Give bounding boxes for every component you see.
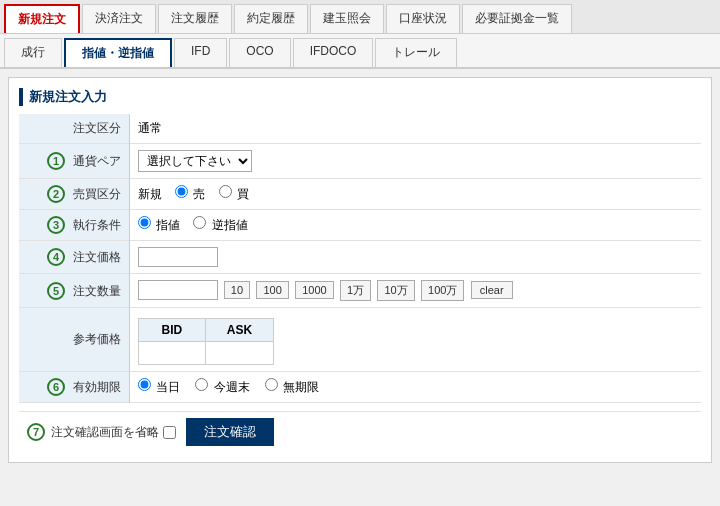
expiry-today-label: 当日 (138, 380, 184, 394)
expiry-today-radio[interactable] (138, 378, 151, 391)
top-nav: 新規注文 決済注文 注文履歴 約定履歴 建玉照会 口座状況 必要証拠金一覧 (0, 0, 720, 34)
order-qty-input[interactable] (138, 280, 218, 300)
order-form: 注文区分 通常 1 通貨ペア 選択して下さい 2 売買区分 新規 (19, 114, 701, 403)
currency-pair-select[interactable]: 選択して下さい (138, 150, 252, 172)
currency-pair-row: 1 通貨ペア 選択して下さい (19, 144, 701, 179)
expiry-week-label: 今週末 (195, 380, 253, 394)
order-type-value: 通常 (129, 114, 701, 144)
expiry-nolimit-label: 無期限 (265, 380, 319, 394)
buy-label: 買 (237, 187, 249, 201)
ask-value (206, 342, 274, 365)
top-nav-item-new-order[interactable]: 新規注文 (4, 4, 80, 33)
new-label: 新規 (138, 187, 162, 201)
limit-radio[interactable] (138, 216, 151, 229)
badge-1: 1 (47, 152, 65, 170)
quick-btn-10[interactable]: 10 (224, 281, 250, 299)
sub-nav-trail[interactable]: トレール (375, 38, 457, 67)
bottom-section: 7 注文確認画面を省略 注文確認 (19, 411, 701, 452)
order-qty-row: 5 注文数量 10 100 1000 1万 10万 100万 clear (19, 274, 701, 308)
execution-row: 3 執行条件 指値 逆指値 (19, 210, 701, 241)
expiry-nolimit-radio[interactable] (265, 378, 278, 391)
execution-label: 3 執行条件 (19, 210, 129, 241)
top-nav-item-account[interactable]: 口座状況 (386, 4, 460, 33)
expiry-row: 6 有効期限 当日 今週末 無期限 (19, 372, 701, 403)
limit-label: 指値 (156, 218, 180, 232)
sub-nav: 成行 指値・逆指値 IFD OCO IFDOCO トレール (0, 34, 720, 69)
order-qty-value: 10 100 1000 1万 10万 100万 clear (129, 274, 701, 308)
expiry-value: 当日 今週末 無期限 (129, 372, 701, 403)
stop-radio[interactable] (193, 216, 206, 229)
stop-label: 逆指値 (212, 218, 248, 232)
badge-5: 5 (47, 282, 65, 300)
order-type-label: 注文区分 (19, 114, 129, 144)
sell-radio[interactable] (175, 185, 188, 198)
buy-sell-value: 新規 売 買 (129, 179, 701, 210)
sell-label: 売 (193, 187, 205, 201)
quick-btn-1000[interactable]: 1000 (295, 281, 333, 299)
bid-value (138, 342, 206, 365)
ref-price-label: 参考価格 (19, 308, 129, 372)
quick-btn-100000[interactable]: 10万 (377, 280, 414, 301)
top-nav-item-margin[interactable]: 必要証拠金一覧 (462, 4, 572, 33)
sub-nav-oco[interactable]: OCO (229, 38, 290, 67)
badge-4: 4 (47, 248, 65, 266)
currency-pair-value[interactable]: 選択して下さい (129, 144, 701, 179)
ref-price-table: BID ASK (138, 318, 274, 365)
order-qty-label: 5 注文数量 (19, 274, 129, 308)
top-nav-item-settlement[interactable]: 決済注文 (82, 4, 156, 33)
top-nav-item-contract-history[interactable]: 約定履歴 (234, 4, 308, 33)
sub-nav-ifd[interactable]: IFD (174, 38, 227, 67)
buy-sell-label: 2 売買区分 (19, 179, 129, 210)
confirm-button[interactable]: 注文確認 (186, 418, 274, 446)
main-content: 新規注文入力 注文区分 通常 1 通貨ペア 選択して下さい 2 売買区分 (8, 77, 712, 463)
order-price-value (129, 241, 701, 274)
buy-sell-row: 2 売買区分 新規 売 買 (19, 179, 701, 210)
quick-btn-10000[interactable]: 1万 (340, 280, 371, 301)
top-nav-item-order-history[interactable]: 注文履歴 (158, 4, 232, 33)
quick-btn-1000000[interactable]: 100万 (421, 280, 464, 301)
bid-header: BID (138, 319, 206, 342)
section-title: 新規注文入力 (19, 88, 701, 106)
ask-header: ASK (206, 319, 274, 342)
order-price-label: 4 注文価格 (19, 241, 129, 274)
currency-pair-label: 1 通貨ペア (19, 144, 129, 179)
sub-nav-ifdoco[interactable]: IFDOCO (293, 38, 374, 67)
order-price-row: 4 注文価格 (19, 241, 701, 274)
ref-price-row: 参考価格 BID ASK (19, 308, 701, 372)
quick-btn-100[interactable]: 100 (256, 281, 288, 299)
badge-7: 7 (27, 423, 45, 441)
clear-button[interactable]: clear (471, 281, 513, 299)
skip-confirm-checkbox[interactable] (163, 426, 176, 439)
badge-2: 2 (47, 185, 65, 203)
execution-value: 指値 逆指値 (129, 210, 701, 241)
order-type-row: 注文区分 通常 (19, 114, 701, 144)
badge-3: 3 (47, 216, 65, 234)
skip-confirm-label: 注文確認画面を省略 (51, 424, 159, 441)
sub-nav-limit[interactable]: 指値・逆指値 (64, 38, 172, 67)
expiry-week-radio[interactable] (195, 378, 208, 391)
top-nav-item-positions[interactable]: 建玉照会 (310, 4, 384, 33)
buy-radio[interactable] (219, 185, 232, 198)
sub-nav-market[interactable]: 成行 (4, 38, 62, 67)
order-price-input[interactable] (138, 247, 218, 267)
ref-price-value: BID ASK (129, 308, 701, 372)
expiry-label: 6 有効期限 (19, 372, 129, 403)
badge-6: 6 (47, 378, 65, 396)
